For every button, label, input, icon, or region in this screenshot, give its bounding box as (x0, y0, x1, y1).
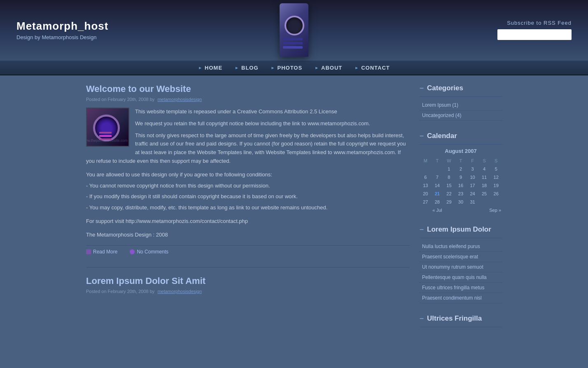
dash-icon: – (420, 131, 424, 140)
calendar-cell[interactable]: 30 (455, 198, 467, 206)
calendar-cell[interactable]: 5 (490, 165, 502, 173)
calendar-cell[interactable]: 15 (443, 181, 455, 190)
main-wrapper: Welcome to our Website Posted on Februar… (78, 75, 510, 346)
calendar-cell (420, 165, 432, 173)
calendar-divider (420, 144, 502, 145)
dash-icon: – (420, 225, 424, 234)
post-2-author[interactable]: metamorphosisdesign (157, 289, 202, 294)
calendar-cell[interactable]: 4 (478, 165, 490, 173)
calendar-cell[interactable]: 31 (467, 198, 478, 206)
calendar-cell[interactable]: 7 (432, 173, 443, 181)
lorem-item-3[interactable]: Pellentesque quam quis nulla (420, 272, 502, 283)
cal-next[interactable]: Sep » (467, 206, 502, 214)
category-item-0[interactable]: Lorem Ipsum (1) (420, 100, 502, 110)
nav-about[interactable]: ►ABOUT (315, 65, 342, 71)
lorem-item-5[interactable]: Praesent condimentum nisl (420, 293, 502, 303)
post-1-author[interactable]: metamorphosisdesign (157, 97, 202, 102)
calendar-table: August 2007 M T W T F S S 12345678910111… (420, 148, 502, 214)
calendar-cell[interactable]: 25 (478, 190, 490, 198)
post-2-meta: Posted on February 20th, 2008 by metamor… (86, 289, 410, 294)
sidebar-calendar-title: – Calendar (420, 131, 502, 140)
calendar-cell[interactable]: 27 (420, 198, 432, 206)
calendar-row: 12345 (420, 165, 502, 173)
calendar-cell[interactable]: 18 (478, 181, 490, 190)
calendar-body: 1234567891011121314151617181920212223242… (420, 165, 502, 206)
post-divider (86, 267, 410, 267)
nav-contact[interactable]: ►CONTACT (355, 65, 390, 71)
calendar-cell[interactable]: 6 (420, 173, 432, 181)
cal-prev[interactable]: « Jul (420, 206, 455, 214)
dash-icon: – (420, 84, 424, 92)
calendar-cell (490, 198, 502, 206)
sidebar: – Categories Lorem Ipsum (1) Uncategoriz… (420, 84, 502, 338)
calendar-cell[interactable]: 9 (455, 173, 467, 181)
calendar-cell[interactable]: 12 (490, 173, 502, 181)
calendar-row: 20212223242526 (420, 190, 502, 198)
calendar-cell[interactable]: 8 (443, 173, 455, 181)
calendar-cell[interactable]: 14 (432, 181, 443, 190)
calendar-cell[interactable]: 1 (443, 165, 455, 173)
post-1-footer: Read More No Comments (86, 245, 410, 255)
post-2: Lorem Ipsum Dolor Sit Amit Posted on Feb… (86, 276, 410, 294)
cal-th-t1: T (432, 157, 443, 165)
site-title: Metamorph_host (16, 20, 108, 33)
calendar-cell[interactable]: 2 (455, 165, 467, 173)
nav-arrow: ► (315, 66, 319, 70)
sidebar-lorem: – Lorem Ipsum Dolor Nulla luctus eleifen… (420, 225, 502, 303)
sidebar-ultrices-title: – Ultrices Fringilla (420, 314, 502, 323)
calendar-cell[interactable]: 23 (455, 190, 467, 198)
server-graphic (280, 3, 308, 57)
post-1-body: www.thepcmanwebsite.com This website tem… (86, 108, 410, 239)
nav-home[interactable]: ►HOME (198, 65, 222, 71)
server-image (278, 0, 310, 60)
calendar-cell (478, 198, 490, 206)
nav-arrow: ► (271, 66, 275, 70)
calendar-cell[interactable]: 11 (478, 173, 490, 181)
no-comments-link[interactable]: No Comments (130, 249, 168, 255)
calendar-row: 6789101112 (420, 173, 502, 181)
calendar-cell[interactable]: 3 (467, 165, 478, 173)
calendar-cell[interactable]: 10 (467, 173, 478, 181)
calendar-cell[interactable]: 13 (420, 181, 432, 190)
search-input[interactable] (497, 29, 572, 40)
rss-link[interactable]: Subscribe to RSS Feed (507, 20, 572, 26)
calendar-caption: August 2007 (420, 148, 502, 154)
lorem-item-4[interactable]: Fusce ultrices fringilla metus (420, 283, 502, 293)
calendar-cell[interactable]: 16 (455, 181, 467, 190)
nav-arrow: ► (355, 66, 359, 70)
categories-divider (420, 96, 502, 97)
post-1-meta: Posted on February 20th, 2008 by metamor… (86, 97, 410, 102)
dash-icon: – (420, 314, 424, 323)
calendar-cell[interactable]: 29 (443, 198, 455, 206)
calendar-cell[interactable]: 17 (467, 181, 478, 190)
cal-th-f: F (467, 157, 478, 165)
category-item-1[interactable]: Uncategorized (4) (420, 110, 502, 121)
no-comments-icon (130, 249, 135, 254)
calendar-cell[interactable]: 26 (490, 190, 502, 198)
main-nav: ►HOME ►BLOG ►PHOTOS ►ABOUT ►CONTACT (0, 60, 588, 75)
post-1-image: www.thepcmanwebsite.com (86, 108, 129, 147)
sidebar-lorem-title: – Lorem Ipsum Dolor (420, 225, 502, 234)
lorem-item-1[interactable]: Praesent scelerisque erat (420, 252, 502, 262)
post-1-title: Welcome to our Website (86, 84, 410, 94)
nav-blog[interactable]: ►BLOG (235, 65, 258, 71)
sidebar-categories: – Categories Lorem Ipsum (1) Uncategoriz… (420, 84, 502, 121)
cal-th-m: M (420, 157, 432, 165)
calendar-cell[interactable]: 21 (432, 190, 443, 198)
lorem-divider (420, 238, 502, 238)
calendar-cell[interactable]: 24 (467, 190, 478, 198)
nav-arrow: ► (235, 66, 239, 70)
lorem-item-0[interactable]: Nulla luctus eleifend purus (420, 241, 502, 252)
calendar-cell (432, 165, 443, 173)
lorem-item-2[interactable]: Ut nonummy rutrum semuot (420, 262, 502, 272)
calendar-cell[interactable]: 22 (443, 190, 455, 198)
calendar-cell[interactable]: 20 (420, 190, 432, 198)
post-1: Welcome to our Website Posted on Februar… (86, 84, 410, 255)
nav-photos[interactable]: ►PHOTOS (271, 65, 303, 71)
read-more-link[interactable]: Read More (86, 249, 117, 255)
post-2-title: Lorem Ipsum Dolor Sit Amit (86, 276, 410, 286)
watermark: www.thepcmanwebsite.com (86, 138, 128, 143)
calendar-cell[interactable]: 19 (490, 181, 502, 190)
calendar-cell[interactable]: 28 (432, 198, 443, 206)
nav-arrow: ► (198, 66, 203, 70)
